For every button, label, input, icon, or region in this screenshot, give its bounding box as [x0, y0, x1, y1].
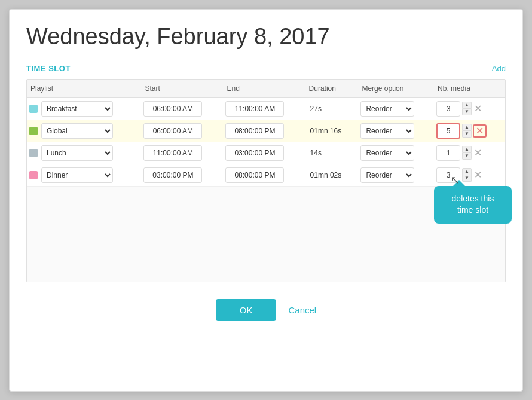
nb-input-global[interactable] [436, 123, 460, 139]
start-input-breakfast[interactable] [143, 101, 202, 117]
col-duration: Duration [305, 80, 359, 98]
playlist-select-breakfast[interactable]: Breakfast [41, 101, 113, 117]
playlist-select-dinner[interactable]: Dinner [41, 167, 113, 183]
merge-select-dinner[interactable]: Reorder [360, 167, 414, 183]
duration-cell-dinner: 01mn 02s [305, 164, 359, 186]
end-cell-lunch [223, 142, 305, 164]
merge-cell-global: Reorder [358, 120, 434, 142]
table-container: Playlist Start End Duration Merge option… [26, 79, 506, 283]
cursor-icon: ↖ [451, 173, 460, 188]
start-cell-dinner [141, 164, 223, 186]
playlist-select-lunch[interactable]: Lunch [41, 145, 113, 161]
color-indicator-global [29, 127, 38, 135]
nb-spinner-lunch: ▲ ▼ [462, 146, 472, 160]
merge-select-global[interactable]: Reorder [360, 123, 414, 139]
end-input-dinner[interactable] [225, 167, 284, 183]
start-input-lunch[interactable] [143, 145, 202, 161]
nb-input-lunch[interactable] [436, 145, 460, 161]
table-row: Global 01mn 16s Reorder ▲ ▼ ✕ [27, 120, 505, 142]
end-cell-dinner [223, 164, 305, 186]
table-row: Dinner 01mn 02s Reorder ▲ ▼ ✕ [27, 164, 505, 186]
delete-btn-breakfast[interactable]: ✕ [473, 104, 483, 114]
start-cell-global [141, 120, 223, 142]
end-cell-global [223, 120, 305, 142]
empty-row [27, 234, 505, 258]
nb-up-breakfast[interactable]: ▲ [462, 102, 472, 109]
playlist-select-global[interactable]: Global [41, 123, 113, 139]
color-indicator-dinner [29, 171, 38, 179]
playlist-cell-global: Global [27, 120, 141, 142]
delete-btn-lunch[interactable]: ✕ [473, 148, 483, 158]
empty-row [27, 210, 505, 234]
add-link[interactable]: Add [492, 64, 506, 73]
delete-btn-global[interactable]: ✕ [473, 124, 487, 138]
playlist-cell-breakfast: Breakfast [27, 97, 141, 120]
nb-down-breakfast[interactable]: ▼ [462, 109, 472, 115]
footer: OK Cancel [26, 299, 506, 321]
cancel-button[interactable]: Cancel [288, 305, 316, 315]
delete-btn-dinner[interactable]: ✕ [473, 170, 483, 180]
nb-input-breakfast[interactable] [436, 101, 460, 117]
nb-down-global[interactable]: ▼ [462, 131, 472, 138]
merge-cell-dinner: Reorder [358, 164, 434, 186]
nb-media-cell-breakfast: ▲ ▼ ✕ [434, 97, 505, 120]
col-playlist: Playlist [27, 80, 141, 98]
empty-row [27, 258, 505, 282]
merge-cell-breakfast: Reorder [358, 97, 434, 120]
end-input-breakfast[interactable] [225, 101, 284, 117]
playlist-cell-dinner: Dinner [27, 164, 141, 186]
nb-spinner-global: ▲ ▼ [462, 124, 472, 138]
dialog: Wednesday, February 8, 2017 TIME SLOT Ad… [9, 9, 523, 392]
duration-value-dinner: 01mn 02s [308, 171, 344, 179]
nb-up-dinner[interactable]: ▲ [462, 168, 472, 175]
empty-row [27, 186, 505, 210]
nb-up-global[interactable]: ▲ [462, 124, 472, 131]
duration-value-global: 01mn 16s [308, 127, 344, 135]
merge-select-lunch[interactable]: Reorder [360, 145, 414, 161]
tooltip-text: deletes this time slot [452, 194, 494, 215]
playlist-cell-lunch: Lunch [27, 142, 141, 164]
nb-up-lunch[interactable]: ▲ [462, 146, 472, 153]
color-indicator-breakfast [29, 105, 38, 113]
time-slot-table: Playlist Start End Duration Merge option… [27, 80, 505, 282]
nb-media-cell-global: ▲ ▼ ✕ [434, 120, 505, 142]
tooltip-bubble: ↖ deletes this time slot [434, 186, 512, 224]
table-header: Playlist Start End Duration Merge option… [27, 80, 505, 98]
merge-cell-lunch: Reorder [358, 142, 434, 164]
duration-cell-lunch: 14s [305, 142, 359, 164]
section-label: TIME SLOT [26, 64, 71, 73]
start-cell-lunch [141, 142, 223, 164]
start-cell-breakfast [141, 97, 223, 120]
table-row: Lunch 14s Reorder ▲ ▼ ✕ [27, 142, 505, 164]
duration-cell-global: 01mn 16s [305, 120, 359, 142]
duration-value-lunch: 14s [308, 149, 324, 157]
tooltip-container: ↖ deletes this time slot [434, 186, 512, 224]
col-end: End [223, 80, 305, 98]
nb-down-lunch[interactable]: ▼ [462, 153, 472, 160]
start-input-global[interactable] [143, 123, 202, 139]
end-cell-breakfast [223, 97, 305, 120]
end-input-lunch[interactable] [225, 145, 284, 161]
dialog-title: Wednesday, February 8, 2017 [26, 24, 506, 50]
col-start: Start [141, 80, 223, 98]
table-row: Breakfast 27s Reorder ▲ ▼ ✕ [27, 97, 505, 120]
table-body: Breakfast 27s Reorder ▲ ▼ ✕ Global 01mn … [27, 97, 505, 282]
merge-select-breakfast[interactable]: Reorder [360, 101, 414, 117]
duration-cell-breakfast: 27s [305, 97, 359, 120]
color-indicator-lunch [29, 149, 38, 157]
col-merge: Merge option [358, 80, 434, 98]
duration-value-breakfast: 27s [308, 105, 324, 113]
nb-spinner-breakfast: ▲ ▼ [462, 102, 472, 115]
col-nb-media: Nb. media [434, 80, 505, 98]
end-input-global[interactable] [225, 123, 284, 139]
section-header: TIME SLOT Add [26, 64, 506, 73]
nb-media-cell-dinner: ▲ ▼ ✕ [434, 164, 505, 186]
nb-media-cell-lunch: ▲ ▼ ✕ [434, 142, 505, 164]
ok-button[interactable]: OK [216, 299, 277, 321]
start-input-dinner[interactable] [143, 167, 202, 183]
